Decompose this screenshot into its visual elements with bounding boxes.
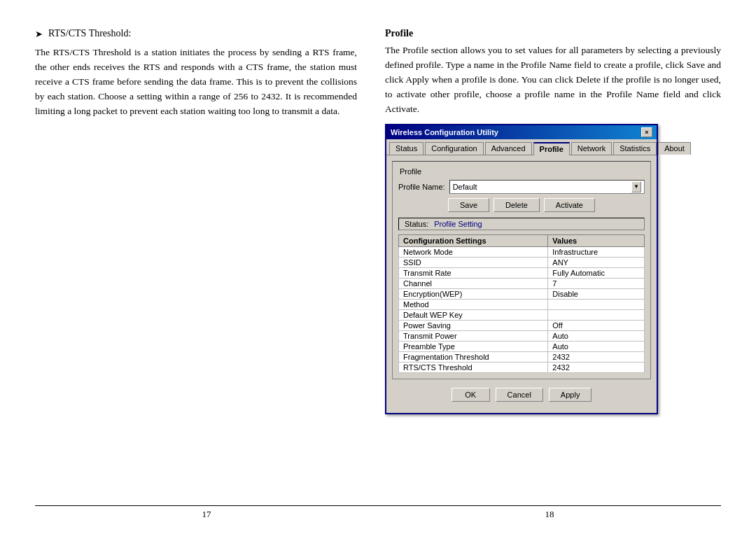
dialog-body: Profile Profile Name: Default ▼ Save <box>386 155 657 413</box>
tab-advanced[interactable]: Advanced <box>485 142 532 155</box>
footer-right: 18 <box>378 505 721 520</box>
profile-name-row: Profile Name: Default ▼ <box>398 180 645 194</box>
table-cell-setting: SSID <box>399 257 548 267</box>
table-cell-setting: Transmit Power <box>399 330 548 341</box>
table-row: Method <box>399 299 645 309</box>
bullet-arrow-icon: ➤ <box>35 29 43 40</box>
dropdown-arrow-icon[interactable]: ▼ <box>631 181 641 192</box>
table-cell-setting: Encryption(WEP) <box>399 288 548 299</box>
table-cell-value <box>548 309 645 320</box>
table-row: Network ModeInfrastructure <box>399 246 645 257</box>
table-row: Fragmentation Threshold2432 <box>399 351 645 362</box>
table-cell-setting: Power Saving <box>399 320 548 330</box>
table-row: SSIDANY <box>399 257 645 267</box>
table-cell-value: Auto <box>548 341 645 351</box>
table-row: Preamble TypeAuto <box>399 341 645 351</box>
page-number-left: 17 <box>202 509 211 520</box>
delete-button[interactable]: Delete <box>493 198 540 212</box>
table-cell-setting: Preamble Type <box>399 341 548 351</box>
table-cell-setting: Fragmentation Threshold <box>399 351 548 362</box>
right-body-text: The Profile section allows you to set va… <box>385 43 721 117</box>
table-cell-value: ANY <box>548 257 645 267</box>
section-title: Profile <box>385 28 721 39</box>
table-cell-setting: Default WEP Key <box>399 309 548 320</box>
tab-configuration[interactable]: Configuration <box>425 142 483 155</box>
page-footer: 17 18 <box>0 500 756 534</box>
table-cell-value: 7 <box>548 278 645 288</box>
dialog-titlebar: Wireless Configuration Utility × <box>386 125 657 139</box>
dialog-footer: OK Cancel Apply <box>392 384 651 407</box>
table-row: RTS/CTS Threshold2432 <box>399 362 645 372</box>
close-button[interactable]: × <box>641 127 652 137</box>
page-container: ➤ RTS/CTS Threshold: The RTS/CTS Thresho… <box>0 0 756 534</box>
tab-network[interactable]: Network <box>571 142 612 155</box>
profile-buttons: Save Delete Activate <box>398 198 645 212</box>
activate-button[interactable]: Activate <box>544 198 595 212</box>
save-button[interactable]: Save <box>448 198 489 212</box>
table-row: Channel7 <box>399 278 645 288</box>
tab-statistics[interactable]: Statistics <box>613 142 657 155</box>
table-row: Power SavingOff <box>399 320 645 330</box>
table-cell-value: 2432 <box>548 351 645 362</box>
status-label: Status: <box>405 220 428 228</box>
left-column: ➤ RTS/CTS Threshold: The RTS/CTS Thresho… <box>35 28 357 500</box>
status-bar: Status: Profile Setting <box>398 218 645 230</box>
table-cell-setting: Channel <box>399 278 548 288</box>
table-cell-value: Infrastructure <box>548 246 645 257</box>
profile-group-box: Profile Profile Name: Default ▼ Save <box>392 161 651 379</box>
dialog-title: Wireless Configuration Utility <box>391 128 498 136</box>
tab-about[interactable]: About <box>658 142 691 155</box>
table-cell-setting: Network Mode <box>399 246 548 257</box>
config-table: Configuration Settings Values Network Mo… <box>398 234 645 373</box>
table-cell-value <box>548 299 645 309</box>
profile-name-dropdown[interactable]: Default ▼ <box>449 180 645 194</box>
titlebar-buttons: × <box>641 127 652 137</box>
right-column: Profile The Profile section allows you t… <box>385 28 721 500</box>
cancel-button[interactable]: Cancel <box>496 388 543 402</box>
table-header-settings: Configuration Settings <box>399 234 548 246</box>
table-cell-setting: Transmit Rate <box>399 267 548 278</box>
table-row: Default WEP Key <box>399 309 645 320</box>
table-row: Transmit PowerAuto <box>399 330 645 341</box>
table-cell-setting: RTS/CTS Threshold <box>399 362 548 372</box>
left-body-text: The RTS/CTS Threshold is a station initi… <box>35 45 357 119</box>
footer-line-right <box>378 505 721 506</box>
table-cell-value: Fully Automatic <box>548 267 645 278</box>
table-cell-setting: Method <box>399 299 548 309</box>
table-row: Encryption(WEP)Disable <box>399 288 645 299</box>
dialog-box: Wireless Configuration Utility × Status … <box>385 124 658 414</box>
tab-status[interactable]: Status <box>389 142 424 155</box>
dialog-tabs: Status Configuration Advanced Profile Ne… <box>386 139 657 155</box>
footer-left: 17 <box>35 505 378 520</box>
page-number-right: 18 <box>545 509 554 520</box>
bullet-item: ➤ RTS/CTS Threshold: <box>35 28 357 40</box>
tab-profile[interactable]: Profile <box>533 142 570 155</box>
table-cell-value: Auto <box>548 330 645 341</box>
ok-button[interactable]: OK <box>451 388 490 402</box>
table-row: Transmit RateFully Automatic <box>399 267 645 278</box>
table-cell-value: Off <box>548 320 645 330</box>
apply-button[interactable]: Apply <box>549 388 592 402</box>
table-header-values: Values <box>548 234 645 246</box>
content-area: ➤ RTS/CTS Threshold: The RTS/CTS Thresho… <box>0 0 756 500</box>
table-cell-value: Disable <box>548 288 645 299</box>
table-cell-value: 2432 <box>548 362 645 372</box>
status-value: Profile Setting <box>434 220 482 228</box>
profile-dropdown-value: Default <box>453 183 477 191</box>
profile-name-label: Profile Name: <box>398 183 445 191</box>
bullet-title: RTS/CTS Threshold: <box>48 28 131 39</box>
group-label: Profile <box>398 167 423 176</box>
footer-line-left <box>35 505 378 506</box>
